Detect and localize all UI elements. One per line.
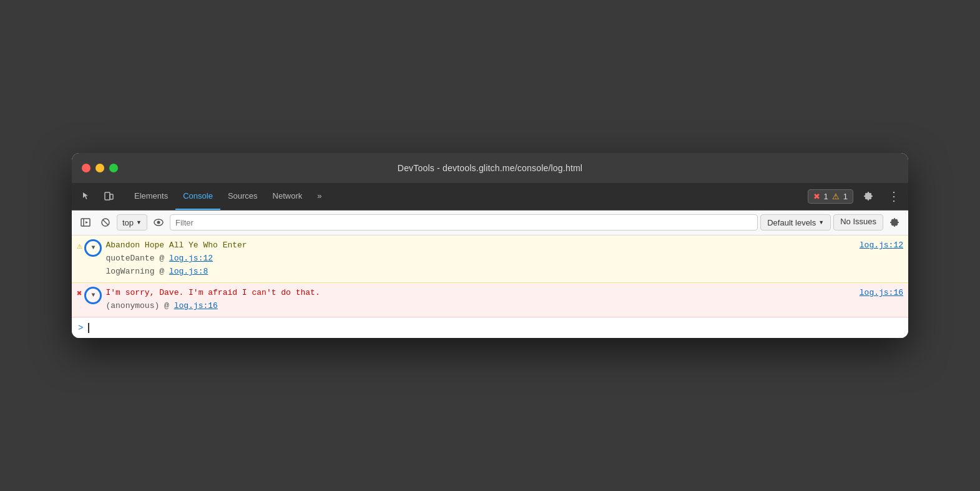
error-stack-trace: (anonymous) @ log.js:16 [105,300,849,313]
default-levels-label: Default levels [767,218,816,227]
devtools-tabs-bar: Elements Console Sources Network » ✖ 1 ⚠… [72,183,908,211]
stack-fn-1: quoteDante @ [105,254,169,263]
console-content: ⚠ ▼ Abandon Hope All Ye Who Enter quoteD… [72,236,908,338]
device-toolbar-button[interactable] [99,186,119,206]
warning-message-body: Abandon Hope All Ye Who Enter quoteDante… [105,239,849,279]
stack-line-2: logWarning @ log.js:8 [105,265,849,279]
expand-triangle-icon-2: ▼ [91,292,95,299]
sidebar-toggle-button[interactable] [77,214,94,231]
window-title: DevTools - devtools.glitch.me/console/lo… [398,163,582,173]
console-input-line[interactable]: > [72,317,908,338]
minimize-button[interactable] [96,164,104,172]
error-icon: ✖ [813,192,820,201]
error-circle-icon: ✖ [77,288,82,299]
error-main-text: I'm sorry, Dave. I'm afraid I can't do t… [105,287,849,299]
no-issues-button[interactable]: No Issues [833,214,883,231]
tab-sources[interactable]: Sources [220,182,265,210]
devtools-window: DevTools - devtools.glitch.me/console/lo… [72,153,908,338]
stack-link-1[interactable]: log.js:12 [169,254,213,263]
error-line-ref[interactable]: log.js:16 [850,288,903,297]
warning-main-text: Abandon Hope All Ye Who Enter [105,239,849,252]
svg-line-6 [103,220,108,225]
warning-expand-button[interactable]: ▼ [84,239,102,257]
console-settings-button[interactable] [886,214,903,231]
context-dropdown[interactable]: top ▼ [117,214,147,231]
error-stack-line-1: (anonymous) @ log.js:16 [105,300,849,313]
no-issues-label: No Issues [840,217,876,226]
error-stack-fn-1: (anonymous) @ [105,301,174,310]
clear-console-button[interactable] [97,214,114,231]
inspect-element-button[interactable] [77,186,97,206]
default-levels-arrow-icon: ▼ [818,219,824,226]
eye-button[interactable] [150,214,167,231]
svg-point-8 [157,221,160,224]
warning-line-ref[interactable]: log.js:12 [850,241,903,250]
tab-elements[interactable]: Elements [127,182,175,210]
default-levels-dropdown[interactable]: Default levels ▼ [760,214,831,231]
warning-triangle-icon: ⚠ [77,241,82,251]
warning-message: ⚠ ▼ Abandon Hope All Ye Who Enter quoteD… [72,236,908,283]
tab-icon-group [77,186,119,206]
error-message: ✖ ▼ I'm sorry, Dave. I'm afraid I can't … [72,283,908,317]
tab-more[interactable]: » [310,182,329,210]
error-warning-badge[interactable]: ✖ 1 ⚠ 1 [808,189,853,204]
tab-console[interactable]: Console [175,182,220,210]
warning-icon: ⚠ [832,192,840,201]
title-bar: DevTools - devtools.glitch.me/console/lo… [72,153,908,183]
console-toolbar: top ▼ Default levels ▼ No Issues [72,211,908,236]
more-options-button[interactable]: ⋮ [883,186,903,206]
console-prompt: > [78,323,83,333]
dropdown-arrow-icon: ▼ [136,219,142,226]
stack-fn-2: logWarning @ [105,267,169,276]
three-dots-icon: ⋮ [888,190,899,202]
error-message-body: I'm sorry, Dave. I'm afraid I can't do t… [105,287,849,313]
svg-rect-0 [105,192,110,200]
maximize-button[interactable] [109,164,118,172]
warning-stack-trace: quoteDante @ log.js:12 logWarning @ log.… [105,252,849,279]
warning-count: 1 [843,192,848,201]
top-label: top [122,218,134,227]
error-stack-link-1[interactable]: log.js:16 [174,301,218,310]
expand-triangle-icon: ▼ [91,244,95,251]
stack-line-1: quoteDante @ log.js:12 [105,252,849,265]
svg-marker-4 [86,221,88,224]
console-cursor [88,323,89,333]
svg-rect-1 [110,194,113,199]
traffic-lights [82,164,118,172]
error-expand-button[interactable]: ▼ [84,287,102,304]
tabs-right-controls: ✖ 1 ⚠ 1 ⋮ [808,186,903,206]
settings-button[interactable] [858,186,878,206]
stack-link-2[interactable]: log.js:8 [169,267,208,276]
error-count: 1 [824,192,828,201]
close-button[interactable] [82,164,91,172]
filter-input[interactable] [170,214,758,231]
tab-network[interactable]: Network [265,182,310,210]
